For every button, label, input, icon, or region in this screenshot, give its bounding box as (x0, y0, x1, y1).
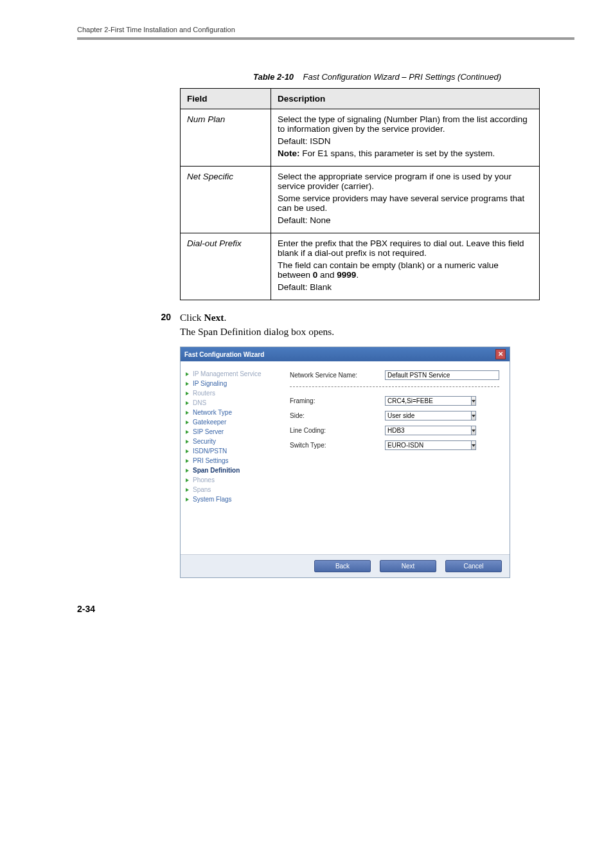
note-label: Note: (278, 149, 300, 158)
note-text: For E1 spans, this parameter is set by t… (300, 149, 495, 158)
dialog-titlebar: Fast Configuration Wizard ✕ (181, 347, 510, 361)
chevron-down-icon[interactable] (471, 411, 476, 420)
sidebar-item-label: IP Signaling (193, 380, 227, 387)
framing-combo[interactable] (385, 396, 462, 406)
dialog-title: Fast Configuration Wizard (184, 351, 264, 358)
chevron-right-icon (186, 420, 189, 424)
step-bold: Next (204, 312, 224, 323)
cancel-button[interactable]: Cancel (445, 560, 502, 572)
desc-line: Select the type of signaling (Number Pla… (278, 114, 533, 134)
step-text: Click Next. (180, 312, 226, 323)
dialog-window: Fast Configuration Wizard ✕ IP Managemen… (180, 347, 510, 578)
sidebar-item-routers[interactable]: Routers (186, 388, 274, 398)
sidebar-item-label: DNS (193, 399, 206, 406)
follow-italic: Span Definition (198, 326, 262, 337)
form-row-switch-type: Switch Type: (290, 440, 499, 450)
step-number: 20 (77, 312, 180, 323)
table-row: Net Specific Select the appropriate serv… (181, 167, 540, 233)
form-row-nsn: Network Service Name: (290, 370, 499, 380)
separator (290, 386, 499, 387)
next-button[interactable]: Next (380, 560, 436, 572)
sidebar-item-spans[interactable]: Spans (186, 485, 274, 494)
chevron-down-icon[interactable] (471, 426, 476, 435)
follow-post: dialog box opens. (262, 326, 335, 337)
col-header-description: Description (271, 89, 540, 109)
follow-pre: The (180, 326, 198, 337)
sidebar-item-label: Span Definition (193, 467, 240, 474)
framing-label: Framing: (290, 397, 367, 404)
sidebar-item-sip-server[interactable]: SIP Server (186, 427, 274, 437)
chevron-right-icon (186, 449, 189, 453)
desc-line: Note: For E1 spans, this parameter is se… (278, 149, 533, 158)
switch-type-combo[interactable] (385, 440, 462, 450)
desc-text: The field can contain be empty (blank) o… (278, 260, 499, 280)
table-caption-label: Table 2-10 (253, 72, 294, 82)
switch-type-value[interactable] (385, 440, 471, 450)
sidebar-item-label: PRI Settings (193, 457, 229, 464)
close-icon[interactable]: ✕ (495, 349, 506, 359)
sidebar-item-pri-settings[interactable]: PRI Settings (186, 456, 274, 466)
sidebar-item-gatekeeper[interactable]: Gatekeeper (186, 417, 274, 427)
field-desc: Enter the prefix that the PBX requires t… (271, 233, 540, 300)
step-row: 20 Click Next. (77, 312, 574, 323)
sidebar-item-phones[interactable]: Phones (186, 475, 274, 485)
sidebar-item-ip-signaling[interactable]: IP Signaling (186, 379, 274, 388)
form-row-side: Side: (290, 411, 499, 420)
sidebar-item-label: Security (193, 438, 216, 445)
chevron-down-icon[interactable] (471, 396, 476, 406)
line-coding-label: Line Coding: (290, 427, 367, 434)
desc-line: Default: ISDN (278, 136, 533, 146)
nsn-input[interactable] (385, 370, 499, 380)
sidebar-item-label: ISDN/PSTN (193, 448, 227, 455)
sidebar-item-label: System Flags (193, 496, 232, 503)
dialog-sidebar: IP Management Service IP Signaling Route… (181, 361, 280, 554)
step-after: . (224, 312, 226, 323)
sidebar-item-label: SIP Server (193, 428, 224, 435)
field-desc: Select the appropriate service program i… (271, 167, 540, 233)
sidebar-item-network-type[interactable]: Network Type (186, 408, 274, 417)
framing-value[interactable] (385, 396, 471, 406)
chapter-header: Chapter 2-First Time Installation and Co… (77, 26, 574, 33)
sidebar-item-span-definition[interactable]: Span Definition (186, 466, 274, 475)
sidebar-item-dns[interactable]: DNS (186, 398, 274, 408)
col-header-field: Field (181, 89, 271, 109)
nsn-label: Network Service Name: (290, 372, 367, 379)
chevron-right-icon (186, 401, 189, 405)
back-button[interactable]: Back (314, 560, 371, 572)
sidebar-item-label: Spans (193, 486, 211, 493)
table-caption: Table 2-10 Fast Configuration Wizard – P… (77, 72, 574, 82)
desc-text: and (317, 270, 337, 280)
sidebar-item-security[interactable]: Security (186, 437, 274, 446)
sidebar-item-label: Network Type (193, 409, 232, 416)
sidebar-item-label: Gatekeeper (193, 419, 226, 426)
desc-line: The field can contain be empty (blank) o… (278, 260, 533, 280)
chevron-down-icon[interactable] (471, 440, 476, 450)
chevron-right-icon (186, 478, 189, 482)
dialog-body: IP Management Service IP Signaling Route… (181, 361, 510, 554)
form-row-line-coding: Line Coding: (290, 426, 499, 435)
page-number: 2-34 (77, 604, 574, 614)
form-row-framing: Framing: (290, 396, 499, 406)
field-name: Dial-out Prefix (181, 233, 271, 300)
chevron-right-icon (186, 498, 189, 502)
line-coding-value[interactable] (385, 426, 471, 435)
chevron-right-icon (186, 488, 189, 492)
sidebar-item-label: Phones (193, 476, 215, 484)
sidebar-item-isdn-pstn[interactable]: ISDN/PSTN (186, 446, 274, 456)
chevron-right-icon (186, 382, 189, 386)
desc-line: Select the appropriate service program i… (278, 172, 533, 191)
side-value[interactable] (385, 411, 471, 420)
line-coding-combo[interactable] (385, 426, 462, 435)
desc-bold: 9999 (337, 270, 356, 280)
chevron-right-icon (186, 392, 189, 395)
side-combo[interactable] (385, 411, 462, 420)
chevron-right-icon (186, 440, 189, 444)
step-pre: Click (180, 312, 204, 323)
sidebar-item-ip-management[interactable]: IP Management Service (186, 369, 274, 379)
desc-line: Some service providers may have several … (278, 194, 533, 213)
pri-settings-table: Field Description Num Plan Select the ty… (180, 88, 540, 300)
dialog-footer: Back Next Cancel (181, 554, 510, 577)
chevron-right-icon (186, 372, 189, 376)
sidebar-item-system-flags[interactable]: System Flags (186, 494, 274, 504)
switch-type-label: Switch Type: (290, 442, 367, 449)
